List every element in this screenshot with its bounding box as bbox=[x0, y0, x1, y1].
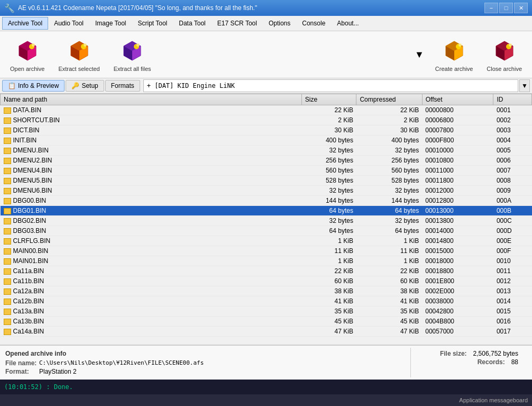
file-icon bbox=[4, 138, 11, 144]
table-row[interactable]: Ca11b.BIN60 KiB60 KiB0001E8000012 bbox=[1, 276, 532, 286]
menu-item-e17-scr-tool[interactable]: E17 SCR Tool bbox=[212, 17, 263, 30]
cell-size: 35 KiB bbox=[301, 306, 356, 317]
path-dropdown-button[interactable]: ▼ bbox=[519, 79, 530, 92]
svg-point-29 bbox=[509, 43, 512, 47]
table-row[interactable]: Ca12b.BIN41 KiB41 KiB000380000014 bbox=[1, 296, 532, 306]
cell-id: 000C bbox=[493, 216, 532, 226]
maximize-button[interactable]: □ bbox=[499, 3, 513, 13]
menu-item-about[interactable]: About... bbox=[331, 17, 364, 30]
table-row[interactable]: DATA.BIN22 KiB22 KiB000008000001 bbox=[1, 105, 532, 115]
toolbar-item-extract-selected[interactable]: Extract selected bbox=[53, 34, 104, 75]
cell-name: DMENU5.BIN bbox=[1, 176, 302, 186]
table-row[interactable]: SHORTCUT.BIN2 KiB2 KiB000068000002 bbox=[1, 115, 532, 125]
col-header-name-and-path[interactable]: Name and path bbox=[1, 94, 302, 105]
main-content: Name and pathSizeCompressedOffsetID DATA… bbox=[0, 94, 532, 380]
menu-item-data-tool[interactable]: Data Tool bbox=[173, 17, 211, 30]
cell-size: 30 KiB bbox=[301, 125, 356, 136]
table-row[interactable]: Ca14a.BIN47 KiB47 KiB000570000017 bbox=[1, 327, 532, 337]
table-row[interactable]: DMENU.BIN32 bytes32 bytes000100000005 bbox=[1, 146, 532, 156]
table-row[interactable]: CLRFLG.BIN1 KiB1 KiB00014800000E bbox=[1, 236, 532, 246]
menu-item-archive-tool[interactable]: Archive Tool bbox=[2, 17, 48, 30]
app-icon: 🔧 bbox=[4, 3, 15, 13]
cell-compressed: 528 bytes bbox=[356, 176, 422, 186]
menu-item-audio-tool[interactable]: Audio Tool bbox=[48, 17, 89, 30]
table-row[interactable]: DMENU2.BIN256 bytes256 bytes000108000006 bbox=[1, 156, 532, 166]
cell-compressed: 41 KiB bbox=[356, 296, 422, 306]
status-message: (10:01:52) : Done. bbox=[4, 383, 73, 391]
toolbar-item-create-archive[interactable]: Create archive bbox=[430, 34, 478, 75]
cell-size: 1 KiB bbox=[301, 256, 356, 266]
toolbar-icon-close-arch bbox=[491, 37, 518, 65]
col-header-size[interactable]: Size bbox=[301, 94, 356, 105]
opened-archive-label: Opened archive info bbox=[5, 350, 66, 357]
cell-name: MAIN00.BIN bbox=[1, 246, 302, 256]
cell-compressed: 144 bytes bbox=[356, 196, 422, 206]
toolbar-item-extract-all-files[interactable]: Extract all files bbox=[109, 34, 156, 75]
cell-id: 000E bbox=[493, 236, 532, 246]
info-preview-label: Info & Preview bbox=[18, 82, 59, 89]
col-header-offset[interactable]: Offset bbox=[422, 94, 493, 105]
table-row[interactable]: INIT.BIN400 bytes400 bytes0000F8000004 bbox=[1, 136, 532, 146]
cell-offset: 00018000 bbox=[422, 256, 493, 266]
menu-item-options[interactable]: Options bbox=[263, 17, 296, 30]
toolbar-dropdown-arrow[interactable]: ▼ bbox=[415, 49, 424, 60]
col-header-id[interactable]: ID bbox=[493, 94, 532, 105]
menu-item-image-tool[interactable]: Image Tool bbox=[89, 17, 132, 30]
setup-label: Setup bbox=[81, 82, 98, 89]
formats-tab[interactable]: Formats bbox=[105, 80, 140, 92]
menu-item-script-tool[interactable]: Script Tool bbox=[132, 17, 173, 30]
toolbar-item-open-archive[interactable]: Open archive bbox=[5, 34, 49, 75]
cell-offset: 00000800 bbox=[422, 105, 493, 115]
table-row[interactable]: Ca11a.BIN22 KiB22 KiB000188000011 bbox=[1, 266, 532, 276]
menu-item-console[interactable]: Console bbox=[296, 17, 331, 30]
cell-offset: 00042800 bbox=[422, 306, 493, 317]
cell-offset: 0000F800 bbox=[422, 136, 493, 146]
table-header-row: Name and pathSizeCompressedOffsetID bbox=[1, 94, 532, 105]
cell-size: 256 bytes bbox=[301, 156, 356, 166]
table-row[interactable]: Ca12a.BIN38 KiB38 KiB0002E0000013 bbox=[1, 286, 532, 296]
cell-size: 1 KiB bbox=[301, 236, 356, 246]
setup-tab[interactable]: 🔑 Setup bbox=[66, 80, 104, 92]
table-row[interactable]: DBG01.BIN64 bytes64 bytes00013000000B bbox=[1, 206, 532, 216]
table-row[interactable]: DBG02.BIN32 bytes32 bytes00013800000C bbox=[1, 216, 532, 226]
table-row[interactable]: DMENU4.BIN560 bytes560 bytes000110000007 bbox=[1, 166, 532, 176]
file-icon bbox=[4, 288, 11, 295]
col-header-compressed[interactable]: Compressed bbox=[356, 94, 422, 105]
file-table-container[interactable]: Name and pathSizeCompressedOffsetID DATA… bbox=[0, 94, 532, 345]
table-row[interactable]: Ca13a.BIN35 KiB35 KiB000428000015 bbox=[1, 306, 532, 317]
cell-compressed: 1 KiB bbox=[356, 236, 422, 246]
file-icon bbox=[4, 198, 11, 204]
close-button[interactable]: ✕ bbox=[514, 3, 528, 13]
cell-id: 0015 bbox=[493, 306, 532, 317]
table-row[interactable]: MAIN01.BIN1 KiB1 KiB000180000010 bbox=[1, 256, 532, 266]
table-row[interactable]: DBG00.BIN144 bytes144 bytes00012800000A bbox=[1, 196, 532, 206]
toolbar-item-close-archive[interactable]: Close archive bbox=[482, 34, 527, 75]
table-row[interactable]: Ca13b.BIN45 KiB45 KiB0004B8000016 bbox=[1, 317, 532, 327]
cell-size: 45 KiB bbox=[301, 317, 356, 327]
cell-id: 0006 bbox=[493, 156, 532, 166]
info-preview-tab[interactable]: 📋 Info & Preview bbox=[2, 80, 65, 92]
cell-compressed: 45 KiB bbox=[356, 317, 422, 327]
cell-name: Ca12a.BIN bbox=[1, 286, 302, 296]
svg-point-11 bbox=[84, 43, 87, 47]
cell-offset: 00018800 bbox=[422, 266, 493, 276]
cell-size: 11 KiB bbox=[301, 246, 356, 256]
minimize-button[interactable]: − bbox=[484, 3, 498, 13]
cell-size: 2 KiB bbox=[301, 115, 356, 125]
table-row[interactable]: DMENU6.BIN32 bytes32 bytes000120000009 bbox=[1, 186, 532, 196]
table-row[interactable]: DMENU5.BIN528 bytes528 bytes000118000008 bbox=[1, 176, 532, 186]
file-icon bbox=[4, 319, 11, 325]
messageboard-label: Application messageboard bbox=[459, 397, 528, 403]
cell-offset: 00014800 bbox=[422, 236, 493, 246]
cell-name: Ca13a.BIN bbox=[1, 306, 302, 317]
cell-offset: 00011000 bbox=[422, 166, 493, 176]
table-row[interactable]: DBG03.BIN64 bytes64 bytes00014000000D bbox=[1, 226, 532, 236]
file-table-body: DATA.BIN22 KiB22 KiB000008000001SHORTCUT… bbox=[1, 105, 532, 337]
file-icon bbox=[4, 258, 11, 265]
table-row[interactable]: DICT.BIN30 KiB30 KiB000078000003 bbox=[1, 125, 532, 136]
table-row[interactable]: MAIN00.BIN11 KiB11 KiB00015000000F bbox=[1, 246, 532, 256]
toolbar-label-create-archive: Create archive bbox=[435, 66, 473, 72]
cell-offset: 00057000 bbox=[422, 327, 493, 337]
cell-id: 0009 bbox=[493, 186, 532, 196]
cell-name: MAIN01.BIN bbox=[1, 256, 302, 266]
